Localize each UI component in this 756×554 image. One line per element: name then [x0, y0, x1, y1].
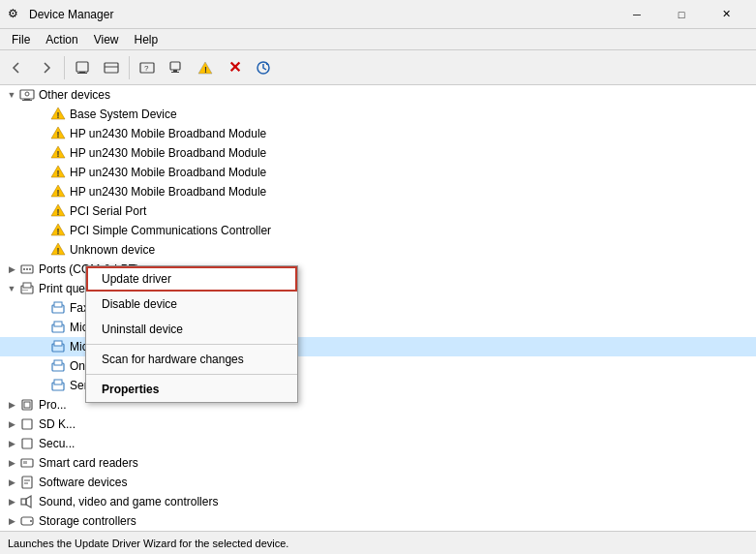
software-icon — [19, 475, 35, 490]
processors-icon — [19, 397, 35, 413]
update-button[interactable] — [250, 54, 277, 81]
tree-item-unknown[interactable]: ! Unknown device — [0, 240, 756, 260]
menu-file[interactable]: File — [4, 29, 38, 50]
toolbar-sep-2 — [129, 56, 130, 79]
svg-rect-8 — [173, 70, 177, 72]
svg-text:!: ! — [57, 188, 60, 198]
security-label: Secu... — [39, 437, 75, 450]
svg-text:!: ! — [57, 227, 60, 236]
expand-ports[interactable]: ▶ — [4, 262, 19, 277]
maximize-button[interactable]: □ — [659, 0, 704, 29]
svg-point-16 — [25, 92, 29, 96]
tree-item-hp4[interactable]: ! HP un2430 Mobile Broadband Module — [0, 182, 756, 201]
menu-bar: File Action View Help — [0, 29, 756, 50]
menu-action[interactable]: Action — [38, 29, 85, 50]
tree-item-security[interactable]: ▶ Secu... — [0, 434, 756, 453]
onenote-icon — [50, 358, 66, 374]
processors-label: Pro... — [39, 398, 67, 412]
send-onenote-icon — [50, 378, 66, 393]
menu-view[interactable]: View — [86, 29, 127, 50]
tree-item-smart-card[interactable]: ▶ Smart card readers — [0, 453, 756, 473]
network-button[interactable] — [163, 54, 190, 81]
hp4-icon: ! — [50, 184, 66, 200]
window-title: Device Manager — [29, 8, 615, 21]
svg-text:!: ! — [204, 65, 207, 75]
sdk-icon — [19, 416, 35, 432]
svg-rect-59 — [21, 499, 26, 505]
expand-other-devices[interactable]: ▼ — [4, 87, 19, 103]
svg-rect-43 — [54, 322, 62, 326]
other-devices-icon — [19, 87, 35, 103]
svg-marker-60 — [26, 496, 31, 508]
svg-rect-52 — [22, 419, 32, 429]
tree-item-other-devices[interactable]: ▼ Other devices — [0, 85, 756, 105]
svg-rect-3 — [105, 63, 118, 73]
software-label: Software devices — [39, 476, 127, 489]
svg-rect-0 — [76, 62, 88, 72]
base-system-label: Base System Device — [70, 108, 177, 121]
main-area: ▼ Other devices ! Base System Device ! H… — [0, 85, 756, 531]
security-icon — [19, 436, 35, 451]
window-controls: ─ □ ✕ — [615, 0, 748, 29]
svg-point-34 — [23, 268, 25, 270]
smart-card-label: Smart card readers — [39, 456, 138, 470]
svg-rect-53 — [22, 439, 32, 448]
tree-item-software[interactable]: ▶ Software devices — [0, 473, 756, 492]
warn-icon-button[interactable]: ! — [192, 54, 219, 81]
context-uninstall-device[interactable]: Uninstall device — [86, 317, 297, 342]
svg-rect-15 — [22, 100, 32, 101]
fax-icon — [50, 300, 66, 316]
hp3-label: HP un2430 Mobile Broadband Module — [70, 166, 266, 179]
svg-text:!: ! — [57, 149, 60, 159]
context-update-driver[interactable]: Update driver — [86, 266, 297, 292]
context-scan-hardware[interactable]: Scan for hardware changes — [86, 347, 297, 372]
back-button[interactable] — [4, 54, 31, 81]
hp2-label: HP un2430 Mobile Broadband Module — [70, 146, 266, 160]
pci-comm-label: PCI Simple Communications Controller — [70, 224, 271, 237]
menu-help[interactable]: Help — [127, 29, 166, 50]
tree-item-storage[interactable]: ▶ Storage controllers — [0, 511, 756, 531]
hp2-icon: ! — [50, 145, 66, 161]
svg-rect-14 — [24, 99, 30, 100]
toolbar-sep-1 — [64, 56, 65, 79]
tree-item-pci-serial[interactable]: ! PCI Serial Port — [0, 201, 756, 221]
pci-comm-icon: ! — [50, 223, 66, 238]
properties-button[interactable] — [69, 54, 96, 81]
remove-button[interactable]: ✕ — [221, 54, 248, 81]
svg-text:!: ! — [57, 130, 60, 139]
close-button[interactable]: ✕ — [704, 0, 748, 29]
base-system-icon: ! — [50, 107, 66, 122]
svg-rect-7 — [170, 62, 180, 70]
expand-base-system — [35, 107, 50, 122]
svg-rect-45 — [54, 341, 62, 346]
storage-label: Storage controllers — [39, 514, 136, 528]
tree-item-base-system[interactable]: ! Base System Device — [0, 105, 756, 124]
tree-item-hp3[interactable]: ! HP un2430 Mobile Broadband Module — [0, 163, 756, 182]
pci-serial-icon: ! — [50, 203, 66, 219]
forward-button[interactable] — [33, 54, 60, 81]
unknown-icon: ! — [50, 242, 66, 258]
tree-item-hp2[interactable]: ! HP un2430 Mobile Broadband Module — [0, 143, 756, 163]
help-button[interactable]: ? — [134, 54, 161, 81]
tree-item-sound[interactable]: ▶ Sound, video and game controllers — [0, 492, 756, 511]
scan-button[interactable] — [98, 54, 125, 81]
pci-serial-label: PCI Serial Port — [70, 204, 146, 218]
context-menu: Update driver Disable device Uninstall d… — [85, 265, 298, 403]
svg-text:!: ! — [57, 246, 60, 256]
pdf-icon — [50, 320, 66, 335]
tree-item-sdk[interactable]: ▶ SD K... — [0, 415, 756, 434]
tree-item-pci-comm[interactable]: ! PCI Simple Communications Controller — [0, 221, 756, 240]
tree-item-hp1[interactable]: ! HP un2430 Mobile Broadband Module — [0, 124, 756, 143]
context-properties[interactable]: Properties — [86, 377, 297, 402]
xps-icon — [50, 339, 66, 354]
svg-rect-13 — [20, 90, 34, 99]
hp4-label: HP un2430 Mobile Broadband Module — [70, 185, 266, 199]
context-sep-2 — [86, 374, 297, 375]
status-text: Launches the Update Driver Wizard for th… — [8, 538, 288, 549]
context-disable-device[interactable]: Disable device — [86, 292, 297, 317]
expand-print-queues[interactable]: ▼ — [4, 281, 19, 296]
sound-label: Sound, video and game controllers — [39, 495, 218, 508]
minimize-button[interactable]: ─ — [615, 0, 659, 29]
svg-rect-38 — [23, 283, 31, 288]
device-tree[interactable]: ▼ Other devices ! Base System Device ! H… — [0, 85, 756, 531]
